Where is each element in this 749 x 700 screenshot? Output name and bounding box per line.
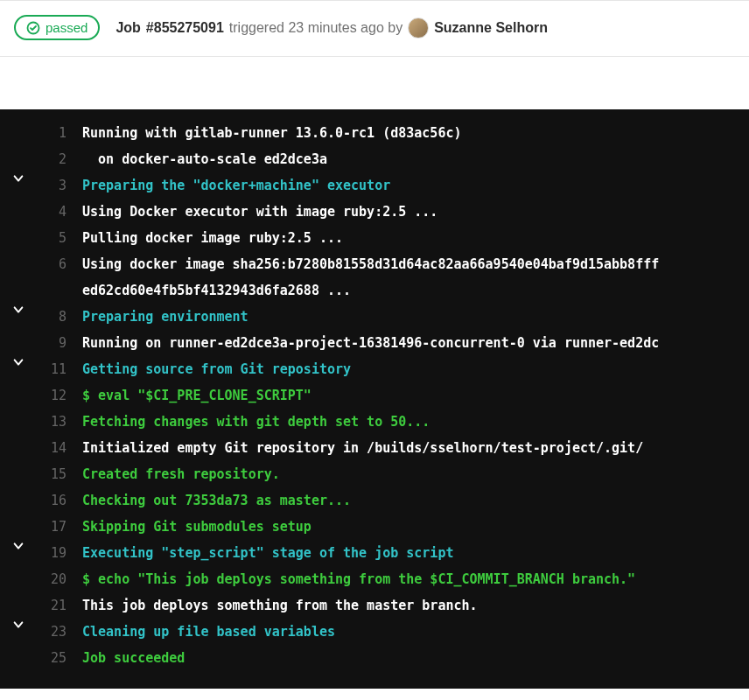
log-content: Checking out 7353da73 as master... <box>82 487 351 514</box>
log-content: Initialized empty Git repository in /bui… <box>82 435 643 461</box>
log-content: Fetching changes with git depth set to 5… <box>82 409 430 435</box>
log-line: 19Executing "step_script" stage of the j… <box>0 540 749 566</box>
log-content: This job deploys something from the mast… <box>82 592 478 619</box>
check-circle-icon <box>26 21 40 35</box>
job-triggered-text: triggered 23 minutes ago by <box>229 20 402 36</box>
job-author[interactable]: Suzanne Selhorn <box>434 20 548 36</box>
job-prefix: Job <box>116 20 140 36</box>
line-number: 4 <box>37 199 66 225</box>
log-content: Getting source from Git repository <box>82 356 351 382</box>
chevron-down-icon[interactable] <box>0 172 37 185</box>
log-line: 9Running on runner-ed2dce3a-project-1638… <box>0 330 749 356</box>
log-line: 4Using Docker executor with image ruby:2… <box>0 199 749 225</box>
log-line: 13Fetching changes with git depth set to… <box>0 409 749 435</box>
line-number: 11 <box>37 356 66 382</box>
log-content: $ eval "$CI_PRE_CLONE_SCRIPT" <box>82 382 312 409</box>
line-number: 12 <box>37 382 66 409</box>
chevron-down-icon[interactable] <box>0 356 37 368</box>
chevron-down-icon[interactable] <box>0 540 37 552</box>
line-number: 17 <box>37 514 66 540</box>
line-number: 6 <box>37 251 66 277</box>
job-info: Job #855275091 triggered 23 minutes ago … <box>116 18 548 38</box>
line-number: 19 <box>37 540 66 566</box>
spacer <box>0 57 749 109</box>
status-label: passed <box>46 20 88 35</box>
line-number: 16 <box>37 487 66 514</box>
avatar[interactable] <box>408 18 429 38</box>
log-line: 11Getting source from Git repository <box>0 356 749 382</box>
job-id: #855275091 <box>146 20 224 36</box>
line-number: 23 <box>37 619 66 645</box>
line-number: 15 <box>37 461 66 487</box>
log-line: 17Skipping Git submodules setup <box>0 514 749 540</box>
log-line: 2 on docker-auto-scale ed2dce3a <box>0 146 749 172</box>
log-line: 12$ eval "$CI_PRE_CLONE_SCRIPT" <box>0 382 749 409</box>
job-header: passed Job #855275091 triggered 23 minut… <box>0 15 749 57</box>
log-line: 14Initialized empty Git repository in /b… <box>0 435 749 461</box>
line-number: 2 <box>37 146 66 172</box>
log-line: 1Running with gitlab-runner 13.6.0-rc1 (… <box>0 120 749 146</box>
log-line: 25Job succeeded <box>0 645 749 671</box>
log-content: Executing "step_script" stage of the job… <box>82 540 453 566</box>
top-divider <box>0 0 749 1</box>
job-log-terminal[interactable]: 1Running with gitlab-runner 13.6.0-rc1 (… <box>0 109 749 689</box>
log-line: 23Cleaning up file based variables <box>0 619 749 645</box>
line-number: 3 <box>37 172 66 199</box>
log-content: Pulling docker image ruby:2.5 ... <box>82 225 343 251</box>
log-content: Job succeeded <box>82 645 185 671</box>
log-content: Running on runner-ed2dce3a-project-16381… <box>82 330 659 356</box>
log-content: Using docker image sha256:b7280b81558d31… <box>82 251 659 277</box>
log-content: Preparing environment <box>82 304 248 330</box>
line-number: 21 <box>37 592 66 619</box>
line-number: 1 <box>37 120 66 146</box>
log-content: Cleaning up file based variables <box>82 619 335 645</box>
log-line: 5Pulling docker image ruby:2.5 ... <box>0 225 749 251</box>
log-content-wrapped: ed62cd60e4fb5bf4132943d6fa2688 ... <box>82 277 749 304</box>
log-content: Running with gitlab-runner 13.6.0-rc1 (d… <box>82 120 461 146</box>
log-content: $ echo "This job deploys something from … <box>82 566 635 592</box>
line-number: 20 <box>37 566 66 592</box>
log-line: 21This job deploys something from the ma… <box>0 592 749 619</box>
log-content: Preparing the "docker+machine" executor <box>82 172 390 199</box>
chevron-down-icon[interactable] <box>0 304 37 316</box>
line-number: 5 <box>37 225 66 251</box>
log-line: 3Preparing the "docker+machine" executor <box>0 172 749 199</box>
log-content: Created fresh repository. <box>82 461 280 487</box>
status-badge[interactable]: passed <box>14 15 100 40</box>
line-number: 25 <box>37 645 66 671</box>
log-line: 8Preparing environment <box>0 304 749 330</box>
line-number: 8 <box>37 304 66 330</box>
log-line: 6Using docker image sha256:b7280b81558d3… <box>0 251 749 277</box>
log-content: on docker-auto-scale ed2dce3a <box>82 146 327 172</box>
log-content: Skipping Git submodules setup <box>82 514 312 540</box>
log-line: 16Checking out 7353da73 as master... <box>0 487 749 514</box>
log-line: 15Created fresh repository. <box>0 461 749 487</box>
chevron-down-icon[interactable] <box>0 619 37 631</box>
log-line: 20$ echo "This job deploys something fro… <box>0 566 749 592</box>
line-number: 14 <box>37 435 66 461</box>
line-number: 9 <box>37 330 66 356</box>
line-number: 13 <box>37 409 66 435</box>
log-content: Using Docker executor with image ruby:2.… <box>82 199 438 225</box>
